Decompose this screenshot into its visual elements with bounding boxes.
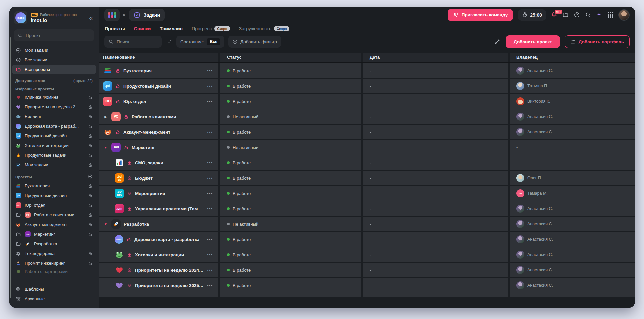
row-menu-button[interactable]: ••• — [206, 130, 214, 134]
sidebar-item-label: Продуктовый дизайн — [25, 193, 67, 198]
lock-icon — [127, 252, 132, 257]
sidebar-project-item[interactable]: Приоритеты на неделю 2... — [12, 102, 96, 112]
table-row[interactable]: Приоритеты на неделю 2024 год•••В работе… — [99, 263, 635, 277]
plan-badge: BIZ — [31, 13, 38, 17]
sidebar-project-item[interactable]: Разработка — [12, 239, 96, 249]
pomodoro-timer[interactable]: 25:00 — [518, 9, 546, 21]
sidebar-item-archive[interactable]: Архивные — [12, 294, 96, 304]
check-circle-icon — [15, 57, 21, 63]
row-menu-button[interactable]: ••• — [206, 268, 214, 272]
user-avatar[interactable] — [618, 9, 630, 21]
sidebar-project-item[interactable]: Промпт инжениринг — [12, 258, 96, 268]
project-name: Продуктовый дизайн — [123, 84, 171, 89]
sidebar-project-item[interactable]: .mdМаркетинг — [12, 229, 96, 239]
add-project-button[interactable]: Добавить проект — [506, 35, 560, 48]
filter-settings-button[interactable] — [166, 39, 172, 44]
sidebar-project-item[interactable]: Продуктовые задачи — [12, 150, 96, 160]
sidebar-project-item[interactable]: Хотелки и интеграции — [12, 141, 96, 150]
sidebar-project-item[interactable]: Биллинг — [12, 112, 96, 121]
sidebar-project-item[interactable]: Работа с партнерами — [12, 268, 96, 275]
row-menu-button[interactable]: ••• — [206, 69, 214, 73]
global-search-button[interactable] — [585, 12, 591, 18]
tab-Загруженность[interactable]: ЗагруженностьСкоро — [239, 26, 290, 31]
sidebar-scrollbar[interactable] — [10, 37, 11, 298]
help-button[interactable] — [574, 12, 580, 18]
collapse-arrow-icon[interactable]: ▼ — [103, 222, 108, 226]
ai-assistant-button[interactable] — [596, 12, 603, 18]
column-header[interactable]: Наименование — [99, 53, 218, 62]
row-menu-button[interactable]: ••• — [206, 176, 214, 180]
status-dot — [227, 161, 230, 164]
sidebar-project-item[interactable]: ЮОЮр. отдел — [12, 200, 96, 210]
project-name: Аккаунт-менеджмент — [123, 130, 170, 135]
name-cell: ЮОЮр. отдел••• — [99, 94, 218, 109]
sidebar-project-item[interactable]: Аккаунт-менеджмент — [12, 220, 96, 229]
table-row[interactable]: ▶РСРабота с клиентамиНе активный-Анастас… — [99, 109, 635, 124]
add-project-icon[interactable] — [88, 174, 93, 180]
table-row[interactable]: imot.ioДорожная карта - разработка•••В р… — [99, 232, 635, 247]
sidebar-item-1[interactable]: Все задачи — [12, 55, 96, 65]
table-row[interactable]: .bdgtБюджет•••В работе-Олег П. — [99, 171, 635, 185]
table-row[interactable]: .evntsМероприятия•••В работе-ТМТамара М. — [99, 186, 635, 201]
tab-Прогресс[interactable]: ПрогрессСкоро — [192, 26, 230, 31]
tab-Таймлайн[interactable]: Таймлайн — [160, 26, 183, 31]
sidebar-item-0[interactable]: Мои задачи — [12, 45, 96, 55]
fullscreen-button[interactable] — [493, 39, 501, 45]
apps-menu-button[interactable] — [608, 12, 613, 18]
expand-arrow-icon[interactable]: ▶ — [103, 115, 108, 119]
sidebar-project-item[interactable]: Тех.поддержка — [12, 249, 96, 258]
row-menu-button[interactable]: ••• — [206, 237, 214, 241]
sidebar-item-templates[interactable]: Шаблоны — [12, 284, 96, 294]
table-search-input[interactable]: Поиск — [104, 36, 162, 48]
table-row[interactable]: Хотелки и интеграции•••В работе-Анастаси… — [99, 247, 635, 262]
notifications-button[interactable]: 99+ — [551, 12, 557, 18]
table-row[interactable]: .pdПродуктовый дизайн•••В работе-Татьяна… — [99, 79, 635, 93]
sidebar-project-item[interactable]: Клиника Фомина — [12, 92, 96, 102]
row-menu-button[interactable]: ••• — [206, 283, 214, 287]
lock-icon — [88, 184, 93, 188]
row-menu-button[interactable]: ••• — [206, 99, 214, 103]
sidebar-project-item[interactable]: .pdПродуктовый дизайн — [12, 191, 96, 200]
add-filter-button[interactable]: Добавить фильтр — [228, 36, 281, 48]
books-icon — [103, 66, 112, 75]
date-cell: - — [363, 186, 508, 201]
apps-grid-icon[interactable] — [104, 9, 120, 21]
add-portfolio-button[interactable]: Добавить портфель — [565, 35, 630, 48]
status-dot — [227, 69, 230, 72]
row-menu-button[interactable]: ••• — [206, 191, 214, 195]
collapse-arrow-icon[interactable]: ▼ — [103, 146, 108, 149]
state-filter-chip[interactable]: Состояние: Все — [176, 36, 224, 48]
invite-team-button[interactable]: Пригласить команду — [448, 9, 513, 21]
table-row[interactable]: ЮОЮр. отдел•••В работе-Виктория К. — [99, 94, 635, 109]
sidebar-search-input[interactable]: Проект — [14, 29, 94, 41]
tasks-check-icon — [134, 12, 140, 18]
workspace-header[interactable]: imot.io BIZ Рабочее пространство imot.io… — [9, 7, 99, 27]
sidebar-project-item[interactable]: Дорожная карта - разраб... — [12, 121, 96, 131]
row-menu-button[interactable]: ••• — [206, 253, 214, 257]
sidebar-item-2[interactable]: Все проекты — [12, 65, 96, 74]
files-button[interactable] — [562, 12, 569, 18]
sidebar-project-item[interactable]: .pdПродуктовый дизайн — [12, 131, 96, 141]
sidebar-project-item[interactable]: Мои задачи — [12, 160, 96, 170]
tab-Списки[interactable]: Списки — [134, 26, 151, 31]
table-row[interactable]: Аккаунт-менеджмент•••В работе-Анастасия … — [99, 125, 635, 139]
row-menu-button[interactable]: ••• — [206, 207, 214, 211]
rocket-icon — [25, 241, 31, 247]
sidebar-project-item[interactable]: Бухгалтерия — [12, 181, 96, 191]
column-header[interactable]: Дата — [363, 53, 508, 62]
collapse-sidebar-button[interactable]: « — [88, 14, 94, 22]
table-row[interactable]: ▼РазработкаНе активный-Анастасия С. — [99, 217, 635, 231]
table-row[interactable]: ▼.mdМаркетингНе активный-- — [99, 140, 635, 155]
table-row[interactable]: .pmУправление проектами (Тамара)•••В раб… — [99, 201, 635, 216]
sidebar-project-item[interactable]: РСРабота с клиентами — [12, 210, 96, 220]
table-row[interactable]: Бухгалтерия•••В работе-Анастасия С. — [99, 63, 635, 78]
table-row[interactable]: СМО, задачи•••В работе-- — [99, 155, 635, 170]
tab-Проекты[interactable]: Проекты — [105, 26, 125, 31]
row-menu-button[interactable]: ••• — [206, 161, 214, 165]
column-header[interactable]: Статус — [220, 53, 361, 62]
app-title-chip[interactable]: Задачи — [129, 9, 165, 21]
row-menu-button[interactable]: ••• — [206, 84, 214, 88]
table-row[interactable]: Приоритеты на неделю 2025 год•••В работе… — [99, 278, 635, 293]
status-label: В работе — [233, 237, 251, 242]
column-header[interactable]: Владелец — [510, 53, 635, 62]
